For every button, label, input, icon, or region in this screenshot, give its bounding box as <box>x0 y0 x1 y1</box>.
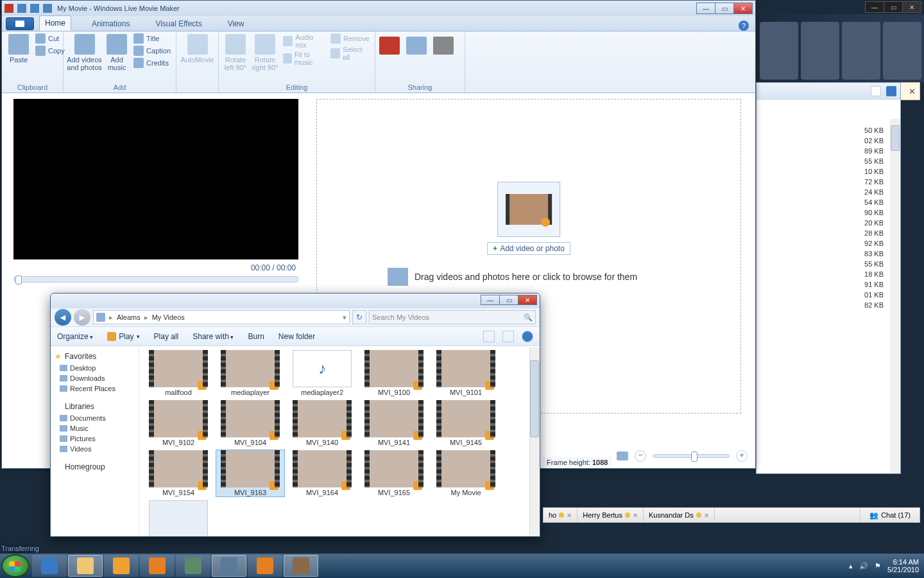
file-thumbnail[interactable]: MVI_9154 <box>144 450 212 496</box>
ex-close-button[interactable]: ✕ <box>518 295 537 305</box>
breadcrumb-item[interactable]: Aleams <box>117 313 141 321</box>
bg-file-row[interactable]: 50 KB <box>757 125 900 136</box>
bg-file-row[interactable]: 55 KB <box>757 156 900 166</box>
file-thumbnail[interactable]: MVI_9102 <box>144 400 212 446</box>
zoom-in-button[interactable]: + <box>736 450 748 462</box>
mm-minimize-button[interactable]: — <box>696 3 715 14</box>
taskbar-ie-button[interactable] <box>32 555 67 577</box>
preview-scrubber[interactable] <box>13 276 298 283</box>
bg-file-row[interactable]: 24 KB <box>757 187 900 197</box>
organize-menu[interactable]: Organize <box>57 332 93 341</box>
taskbar-firefox-button[interactable] <box>140 555 175 577</box>
bg-view-icon[interactable] <box>871 86 881 96</box>
cut-button[interactable]: Cut <box>34 33 66 44</box>
file-thumbnail[interactable]: My Movie <box>432 450 500 496</box>
zoom-slider[interactable] <box>653 454 730 458</box>
mm-help-button[interactable]: ? <box>739 21 749 31</box>
zoom-out-button[interactable]: − <box>635 450 646 462</box>
taskbar-wmp-button[interactable] <box>104 555 139 577</box>
taskbar-moviemaker-button[interactable] <box>284 555 318 577</box>
sidebar-item-desktop[interactable]: Desktop <box>51 363 139 373</box>
taskbar-explorer-button[interactable] <box>68 555 103 577</box>
explorer-scrollbar[interactable] <box>529 347 540 536</box>
taskbar-app5-button[interactable] <box>176 555 210 577</box>
bg-file-row[interactable]: 91 KB <box>757 279 900 290</box>
tray-arrow-icon[interactable]: ▴ <box>849 562 853 570</box>
bg-help-icon[interactable] <box>886 86 896 96</box>
file-thumbnail[interactable] <box>144 500 212 536</box>
bg-file-row[interactable]: 20 KB <box>757 218 900 228</box>
file-thumbnail[interactable]: MVI_9164 <box>288 450 356 496</box>
qat-redo-icon[interactable] <box>43 4 52 13</box>
share-dvd-icon[interactable] <box>433 37 454 55</box>
breadcrumb-item[interactable]: My Videos <box>152 313 185 321</box>
bg-file-row[interactable]: 01 KB <box>757 290 900 300</box>
outer-close-button[interactable]: ✕ <box>902 1 921 13</box>
file-thumbnail[interactable]: MVI_9141 <box>360 400 428 446</box>
add-title-button[interactable]: Title <box>132 33 172 44</box>
preview-pane-button[interactable] <box>502 331 514 342</box>
file-thumbnail[interactable]: MVI_9100 <box>360 350 428 396</box>
file-thumbnail[interactable]: mediaplayer <box>216 350 284 396</box>
sidebar-favorites-header[interactable]: Favorites <box>51 350 139 363</box>
add-videos-photos-button[interactable]: Add videos and photos <box>67 33 101 73</box>
share-youtube-icon[interactable] <box>379 37 400 55</box>
share-screen-icon[interactable] <box>406 37 427 55</box>
add-video-photo-tooltip[interactable]: +Add video or photo <box>487 242 570 255</box>
sidebar-item-recent-places[interactable]: Recent Places <box>51 383 139 394</box>
mm-close-button[interactable]: ✕ <box>733 3 753 14</box>
chat-tab-close-icon[interactable]: ✕ <box>567 512 572 519</box>
chat-tab-close-icon[interactable]: ✕ <box>704 512 709 519</box>
chat-tab-close-icon[interactable]: ✕ <box>633 512 638 519</box>
outer-minimize-button[interactable]: — <box>865 1 884 13</box>
ex-minimize-button[interactable]: — <box>481 295 500 305</box>
play-menu[interactable]: Play <box>107 332 139 341</box>
sidebar-homegroup-header[interactable]: Homegroup <box>51 460 139 473</box>
bg-file-row[interactable]: 82 KB <box>757 300 900 310</box>
tray-clock[interactable]: 6:14 AM 5/21/2010 <box>887 558 919 574</box>
file-thumbnail[interactable]: MVI_9165 <box>360 450 428 496</box>
file-thumbnail[interactable]: mallfood <box>144 350 212 396</box>
explorer-help-button[interactable] <box>522 331 533 342</box>
bg-file-row[interactable]: 89 KB <box>757 146 900 156</box>
sidebar-item-pictures[interactable]: Pictures <box>51 434 139 444</box>
outer-maximize-button[interactable]: ▭ <box>884 1 903 13</box>
qat-save-icon[interactable] <box>17 4 26 13</box>
file-thumbnail[interactable]: MVI_9163 <box>216 450 284 496</box>
tab-animations[interactable]: Animations <box>87 17 135 31</box>
mm-file-menu-button[interactable] <box>6 17 34 30</box>
bg-file-row[interactable]: 10 KB <box>757 166 900 177</box>
add-music-button[interactable]: Add music <box>104 33 130 73</box>
bg-file-row[interactable]: 90 KB <box>757 207 900 218</box>
tab-home[interactable]: Home <box>39 15 71 31</box>
sidebar-item-documents[interactable]: Documents <box>51 413 139 423</box>
bg-file-row[interactable]: 83 KB <box>757 249 900 259</box>
bg-file-row[interactable]: 28 KB <box>757 228 900 238</box>
infobar-close-icon[interactable]: ✕ <box>909 87 916 96</box>
sidebar-libraries-header[interactable]: Libraries <box>51 400 139 413</box>
view-mode-button[interactable] <box>483 331 495 342</box>
tab-visual-effects[interactable]: Visual Effects <box>150 17 207 31</box>
file-thumbnail[interactable]: MVI_9104 <box>216 400 284 446</box>
sidebar-item-downloads[interactable]: Downloads <box>51 373 139 383</box>
copy-button[interactable]: Copy <box>34 45 66 57</box>
add-caption-button[interactable]: Caption <box>132 45 172 57</box>
tab-view[interactable]: View <box>223 17 250 31</box>
sidebar-item-videos[interactable]: Videos <box>51 444 139 454</box>
file-thumbnail[interactable]: MVI_9145 <box>432 400 500 446</box>
taskbar-app6-button[interactable] <box>212 555 246 577</box>
bg-file-row[interactable]: 92 KB <box>757 238 900 249</box>
bg-file-row[interactable]: 55 KB <box>757 259 900 269</box>
view-thumbnail-icon[interactable] <box>617 451 628 460</box>
mm-titlebar[interactable]: My Movie - Windows Live Movie Maker — ▭ … <box>2 1 755 16</box>
taskbar-vlc-button[interactable] <box>248 555 282 577</box>
bg-file-row[interactable]: 72 KB <box>757 177 900 187</box>
bg-file-row[interactable]: 18 KB <box>757 269 900 279</box>
file-thumbnail[interactable]: MVI_9101 <box>432 350 500 396</box>
nav-back-button[interactable]: ◄ <box>55 309 71 326</box>
qat-undo-icon[interactable] <box>30 4 39 13</box>
mm-maximize-button[interactable]: ▭ <box>715 3 734 14</box>
file-thumbnail[interactable]: MVI_9140 <box>288 400 356 446</box>
bg-scrollbar[interactable] <box>890 119 900 473</box>
share-with-menu[interactable]: Share with <box>193 332 234 341</box>
